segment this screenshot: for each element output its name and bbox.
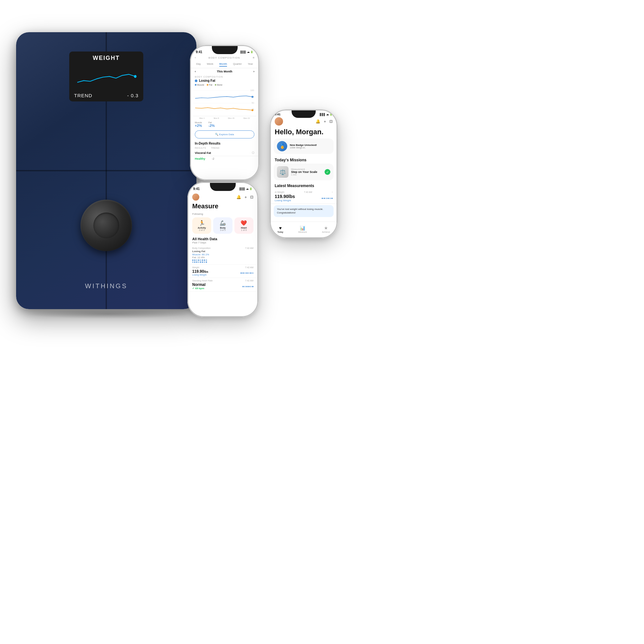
status-icons-body-comp: ▌▌▌ ☁ 🔋 (241, 51, 253, 53)
hello-bell-icon[interactable]: 🔔 (316, 119, 320, 124)
hello-add-icon[interactable]: ＋ (323, 119, 327, 124)
chart-label-3: Mon 15 (228, 117, 234, 119)
legend-muscle: Muscle (195, 84, 204, 86)
scale-knob-container (81, 200, 132, 251)
hello-square-icon[interactable]: ⊡ (329, 119, 333, 124)
scale-brand: WITHINGS (85, 282, 128, 290)
weight-category: Weight (192, 266, 199, 269)
achieve-icon: ★ (322, 225, 330, 231)
measure-nav-icon: 📊 (298, 225, 307, 231)
latest-weight-status: Losing Weight (275, 199, 295, 202)
square-icon[interactable]: ⊡ (250, 195, 253, 199)
bc-back-icon[interactable]: ‹ (195, 56, 196, 59)
measure-avatar (192, 194, 199, 201)
phone-hello: 9:41 ▌▌▌ ☁ 🔋 🔔 ＋ ⊡ Hello, Morgan. 🏅 New … (270, 109, 337, 238)
heart-time: 7:42 AM (245, 279, 253, 282)
healthy-value: Healthy (195, 157, 205, 160)
tab-year[interactable]: Year (248, 62, 253, 67)
bc-status-text: Losing Fat (199, 79, 215, 82)
badge-card[interactable]: 🏅 New Badge Unlocked! 100th Weigh-in. (274, 138, 334, 154)
tab-quarter[interactable]: Quarter (233, 62, 242, 67)
bc-stats: Muscle +2% Fat -2% (190, 120, 259, 129)
explore-icon: 🔍 (215, 133, 219, 136)
activity-label: Activity (194, 227, 209, 229)
phone-measure-screen: 9:41 ▌▌▌ ☁ 🔋 🔔 ＋ ⊡ Measure Following 🏃 A… (187, 182, 258, 317)
bc-item-sub2: Fat: 12.4% (192, 256, 253, 259)
scale-body: WEIGHT TREND - 0.3 WITHINGS (16, 32, 196, 309)
bc-category: Body Composition (192, 247, 211, 249)
tab-day[interactable]: Day (196, 62, 201, 67)
info-icon[interactable]: ⓘ (252, 151, 254, 155)
activity-card[interactable]: 🏃 Activity 2 of 3 (192, 217, 211, 234)
latest-weight-time: 7:42 AM (304, 191, 312, 194)
health-item-body-comp[interactable]: Body Composition 7:42 AM Losing Fat Musc… (187, 245, 258, 265)
bc-next-icon[interactable]: › (253, 70, 254, 73)
bc-menu-icon[interactable]: ≡ (253, 56, 254, 59)
weight-value: 119.90lbs (192, 269, 208, 274)
latest-arrow: › (332, 191, 333, 194)
bc-visceral-values: Healthy -2 (190, 156, 259, 161)
hello-avatar[interactable] (275, 117, 283, 126)
mission-info: Measurement Step on Your Scale 1 min (291, 168, 322, 176)
phone-hello-screen: 9:41 ▌▌▌ ☁ 🔋 🔔 ＋ ⊡ Hello, Morgan. 🏅 New … (270, 109, 337, 238)
heart-card[interactable]: ❤️ Heart 1 of 6 (234, 217, 253, 234)
measure-cards: 🏃 Activity 2 of 3 🦾 Body 3 of 5 ❤️ Heart… (187, 216, 258, 235)
bc-muscle-stat: Muscle +2% (195, 121, 202, 128)
phone-notch-body-comp (212, 45, 238, 54)
latest-dot-line (322, 198, 333, 199)
health-item-heart[interactable]: Standing Heart Rate 7:42 AM Normal ✓ 69 … (187, 278, 258, 292)
bell-icon[interactable]: 🔔 (236, 195, 241, 199)
measure-screen-title: Measure (187, 202, 258, 212)
health-item-weight[interactable]: Weight 7:42 AM 119.90lbs Losing Weight (187, 265, 258, 278)
congrats-banner: You've lost weight without losing muscle… (274, 205, 334, 217)
bc-item-sub1: Muscle: 80.1% (192, 253, 253, 256)
following-label: Following (187, 212, 258, 216)
past-label: Past 7 Days (187, 241, 258, 245)
weight-row: 119.90lbs Losing Weight (192, 269, 253, 276)
explore-data-button[interactable]: 🔍 Explore Data (195, 130, 254, 138)
heart-label: Heart (236, 227, 251, 229)
phone-body-composition: 9:41 ▌▌▌ ☁ 🔋 ‹ BODY COMPOSITION ≡ Day We… (190, 45, 259, 180)
mission-thumb: ⚖️ (277, 166, 289, 178)
mission-card[interactable]: ⚖️ Measurement Step on Your Scale 1 min … (274, 164, 334, 180)
measure-header: 🔔 ＋ ⊡ (187, 192, 258, 202)
bc-period-label: This Month (217, 70, 232, 73)
hello-status-time: 9:41 (275, 113, 280, 116)
nav-measure[interactable]: 📊 Measure (298, 225, 307, 233)
weight-dot-line (241, 272, 253, 274)
chart-label-4: Mon 22 (243, 117, 250, 119)
scale-trend-chart (74, 67, 138, 88)
chart-label-1: Mon 1 (199, 117, 205, 119)
nav-today[interactable]: ♥ Today (277, 225, 283, 233)
body-card[interactable]: 🦾 Body 3 of 5 (213, 217, 232, 234)
bc-legend: Muscle Fat Bone (190, 84, 259, 87)
bc-chart-labels: Mon 1 Mon 8 Mon 15 Mon 22 (190, 116, 259, 120)
bc-section-label: BODY COMPOSITION (190, 75, 259, 78)
phone-measure: 9:41 ▌▌▌ ☁ 🔋 🔔 ＋ ⊡ Measure Following 🏃 A… (187, 182, 258, 317)
bc-tabs: Day Week Month Quarter Year (190, 61, 259, 68)
health-item-header-heart: Standing Heart Rate 7:42 AM (192, 279, 253, 282)
add-icon[interactable]: ＋ (244, 194, 248, 200)
latest-weight-item[interactable]: ⚖ Weight 7:42 AM › 119.90lbs Losing Weig… (270, 189, 337, 204)
bc-prev-icon[interactable]: ‹ (195, 70, 196, 73)
tab-week[interactable]: Week (207, 62, 213, 67)
body-icon: 🦾 (215, 220, 230, 226)
bc-period-nav: ‹ This Month › (190, 68, 259, 75)
weight-time: 7:42 AM (245, 266, 253, 269)
activity-count: 2 of 3 (194, 229, 209, 231)
weight-status: Losing Weight (192, 274, 208, 276)
status-time-measure: 9:41 (193, 187, 200, 191)
nav-achieve[interactable]: ★ Achieve (322, 225, 330, 233)
mission-time: 1 min (291, 174, 322, 176)
bc-in-depth-title: In-Depth Results (190, 140, 259, 146)
scale-shadow (26, 309, 190, 319)
svg-point-10 (251, 109, 253, 111)
bc-header: ‹ BODY COMPOSITION ≡ (190, 55, 259, 61)
status-time-body-comp: 9:41 (196, 50, 202, 54)
all-health-title: All Health Data (187, 235, 258, 241)
measure-action-icons: 🔔 ＋ ⊡ (236, 194, 253, 200)
body-count: 3 of 5 (215, 229, 230, 231)
scale-weight-label: WEIGHT (74, 55, 138, 62)
scale-knob (81, 200, 132, 251)
tab-month[interactable]: Month (219, 62, 227, 67)
